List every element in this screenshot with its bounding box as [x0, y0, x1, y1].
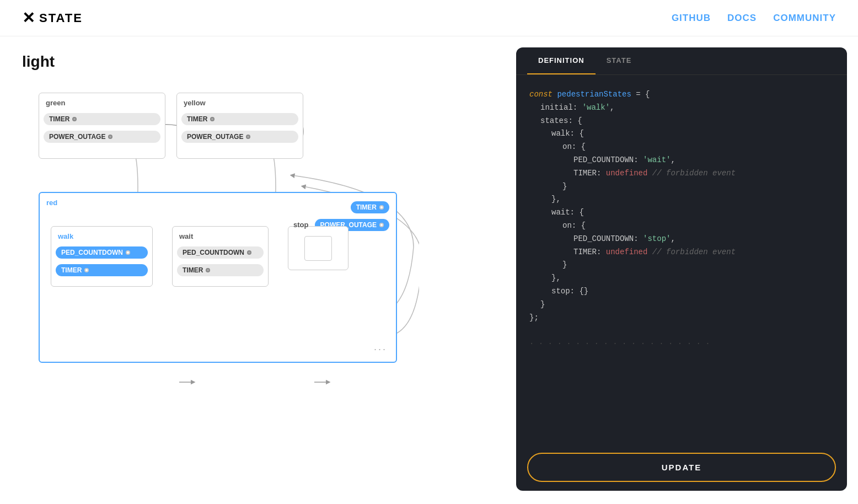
walk-timer-event[interactable]: TIMER: [56, 264, 148, 276]
three-dots[interactable]: ···: [374, 344, 387, 355]
red-timer-event[interactable]: TIMER: [351, 201, 389, 213]
red-power-dot: [379, 223, 384, 227]
state-yellow-label: yellow: [181, 98, 298, 108]
code-line-13: TIMER: undefined // forbidden event: [573, 246, 834, 259]
code-line-7: TIMER: undefined // forbidden event: [573, 167, 834, 180]
state-green-label: green: [44, 98, 160, 108]
walk-timer-label: TIMER: [61, 266, 82, 274]
code-line-1: const pedestrianStates = {: [529, 88, 834, 101]
green-power-event[interactable]: POWER_OUTAGE: [44, 131, 160, 143]
nav-docs[interactable]: DOCS: [727, 13, 757, 24]
walk-ped-event[interactable]: PED_COUNTDOWN: [56, 246, 148, 259]
wait-label: wait: [177, 231, 264, 242]
code-line-12: PED_COUNTDOWN: 'stop',: [573, 233, 834, 246]
update-button-wrap: UPDATE: [516, 444, 847, 491]
yellow-power-label: POWER_OUTAGE: [187, 133, 243, 141]
stop-label-text: stop: [293, 221, 308, 229]
green-power-label: POWER_OUTAGE: [49, 133, 105, 141]
green-power-dot: [108, 135, 112, 139]
walk-label: walk: [56, 231, 148, 242]
code-line-3: states: {: [540, 115, 834, 128]
yellow-power-event[interactable]: POWER_OUTAGE: [181, 131, 298, 143]
logo-text: STATE: [39, 11, 83, 25]
editor-panel: DEFINITION STATE const pedestrianStates …: [516, 47, 847, 491]
state-wait: wait PED_COUNTDOWN TIMER: [172, 226, 269, 287]
nav-community[interactable]: COMMUNITY: [773, 13, 836, 24]
code-area: const pedestrianStates = { initial: 'wal…: [516, 75, 847, 444]
yellow-timer-label: TIMER: [187, 115, 207, 123]
wait-timer-event[interactable]: TIMER: [177, 264, 264, 276]
state-green: green TIMER POWER_OUTAGE: [39, 93, 165, 159]
state-stop: [288, 226, 348, 270]
green-timer-label: TIMER: [49, 115, 69, 123]
code-line-5: on: {: [562, 141, 834, 154]
green-timer-event[interactable]: TIMER: [44, 113, 160, 125]
nav: GITHUB DOCS COMMUNITY: [672, 13, 836, 24]
state-yellow: yellow TIMER POWER_OUTAGE: [176, 93, 303, 159]
state-red: red TIMER POWER_OUTAGE walk: [39, 192, 397, 363]
logo-x-icon: ✕: [22, 9, 36, 27]
state-walk: walk PED_COUNTDOWN TIMER: [51, 226, 153, 287]
wait-ped-event[interactable]: PED_COUNTDOWN: [177, 246, 264, 259]
main: light: [0, 36, 858, 502]
yellow-power-dot: [246, 135, 250, 139]
editor-tabs: DEFINITION STATE: [516, 47, 847, 75]
header: ✕ STATE GITHUB DOCS COMMUNITY: [0, 0, 858, 36]
green-timer-dot: [72, 117, 77, 121]
wait-timer-label: TIMER: [183, 266, 203, 274]
update-button[interactable]: UPDATE: [527, 453, 836, 482]
walk-ped-label: PED_COUNTDOWN: [61, 249, 123, 256]
yellow-timer-dot: [210, 117, 214, 121]
red-timer-dot: [379, 205, 384, 210]
code-line-4: walk: {: [551, 127, 834, 141]
diagram-area: green TIMER POWER_OUTAGE yellow: [22, 82, 419, 390]
diagram-title: light: [22, 53, 494, 71]
red-timer-label: TIMER: [356, 203, 377, 211]
walk-timer-dot: [84, 268, 89, 272]
code-line-14: }: [562, 259, 834, 272]
nav-github[interactable]: GITHUB: [672, 13, 711, 24]
code-line-10: wait: {: [551, 206, 834, 219]
stop-empty-box: [304, 236, 332, 261]
diagram-panel: light: [0, 36, 516, 502]
yellow-timer-event[interactable]: TIMER: [181, 113, 298, 125]
wait-ped-dot: [247, 250, 251, 255]
code-line-6: PED_COUNTDOWN: 'wait',: [573, 154, 834, 167]
wait-ped-label: PED_COUNTDOWN: [183, 249, 244, 256]
code-line-16: stop: {}: [551, 285, 834, 298]
code-line-9: },: [551, 193, 834, 206]
code-line-19: · · · · · · · · · · · · · · · · · · · ·: [529, 337, 834, 351]
code-line-17: }: [540, 298, 834, 312]
logo: ✕ STATE: [22, 9, 83, 27]
wait-timer-dot: [206, 268, 210, 272]
code-line-18: };: [529, 312, 834, 325]
code-line-8: }: [562, 180, 834, 194]
code-line-15: },: [551, 272, 834, 285]
walk-ped-dot: [126, 250, 130, 255]
tab-state[interactable]: STATE: [596, 47, 643, 74]
code-line-2: initial: 'walk',: [540, 101, 834, 115]
code-line-11: on: {: [562, 219, 834, 233]
tab-definition[interactable]: DEFINITION: [527, 47, 596, 74]
